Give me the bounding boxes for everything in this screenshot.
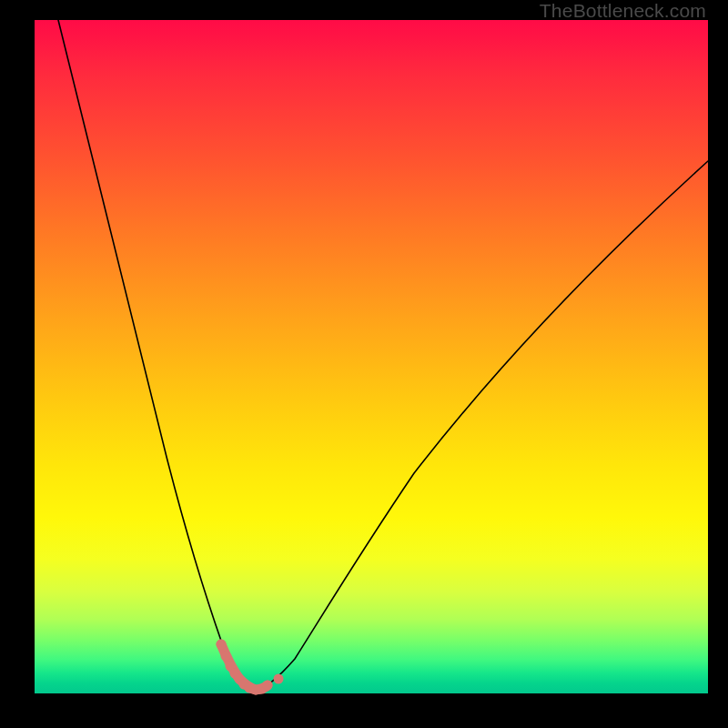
marker-dot	[263, 681, 273, 691]
marker-dot	[221, 652, 231, 662]
marker-dot	[217, 640, 227, 650]
marker-dot	[274, 674, 284, 684]
right-curve	[253, 161, 708, 692]
chart-frame: TheBottleneck.com	[0, 0, 728, 728]
left-curve	[58, 20, 253, 692]
watermark-text: TheBottleneck.com	[540, 0, 706, 22]
chart-svg	[35, 20, 708, 693]
